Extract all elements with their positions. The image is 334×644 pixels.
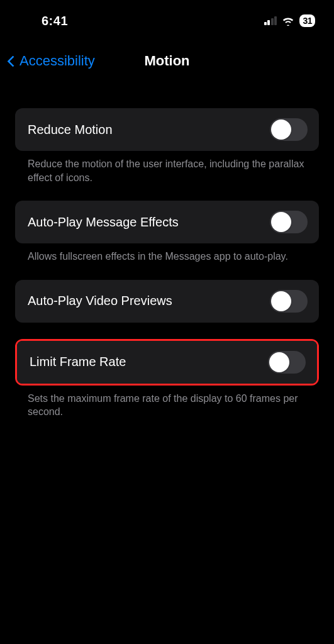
status-indicators: 31 xyxy=(264,14,315,27)
row-reduce-motion[interactable]: Reduce Motion xyxy=(15,108,319,151)
status-bar: 6:41 31 xyxy=(0,0,334,36)
toggle-autoplay-msg[interactable] xyxy=(270,211,308,233)
row-label: Auto-Play Video Previews xyxy=(28,294,172,308)
page-title: Motion xyxy=(144,53,189,69)
row-label: Limit Frame Rate xyxy=(30,355,126,369)
nav-header: Accessibility Motion xyxy=(0,36,334,83)
highlight-annotation: Limit Frame Rate xyxy=(15,339,319,386)
setting-group-autoplay-video: Auto-Play Video Previews xyxy=(15,280,319,323)
chevron-left-icon xyxy=(7,55,18,67)
toggle-knob xyxy=(271,212,291,232)
back-button[interactable]: Accessibility xyxy=(9,53,95,69)
row-label: Auto-Play Message Effects xyxy=(28,215,179,230)
back-label: Accessibility xyxy=(19,53,95,69)
toggle-reduce-motion[interactable] xyxy=(270,118,308,141)
toggle-knob xyxy=(271,119,291,140)
battery-icon: 31 xyxy=(299,14,315,27)
toggle-autoplay-video[interactable] xyxy=(270,290,308,313)
row-desc: Reduce the motion of the user interface,… xyxy=(15,151,319,184)
toggle-limit-frame[interactable] xyxy=(268,351,306,374)
row-label: Reduce Motion xyxy=(28,123,113,137)
settings-list: Reduce Motion Reduce the motion of the u… xyxy=(0,83,334,419)
wifi-icon xyxy=(281,16,295,26)
battery-level: 31 xyxy=(303,16,312,26)
row-desc: Sets the maximum frame rate of the displ… xyxy=(15,386,319,419)
status-time: 6:41 xyxy=(19,14,68,28)
cell-signal-icon xyxy=(264,16,277,25)
toggle-knob xyxy=(271,291,291,311)
row-desc: Allows fullscreen effects in the Message… xyxy=(15,243,319,264)
setting-group-limit-frame: Limit Frame Rate Sets the maximum frame … xyxy=(15,339,319,419)
setting-group-autoplay-msg: Auto-Play Message Effects Allows fullscr… xyxy=(15,201,319,264)
row-limit-frame[interactable]: Limit Frame Rate xyxy=(17,341,317,384)
setting-group-reduce-motion: Reduce Motion Reduce the motion of the u… xyxy=(15,108,319,184)
row-autoplay-video[interactable]: Auto-Play Video Previews xyxy=(15,280,319,323)
row-autoplay-msg[interactable]: Auto-Play Message Effects xyxy=(15,201,319,243)
toggle-knob xyxy=(269,352,289,372)
